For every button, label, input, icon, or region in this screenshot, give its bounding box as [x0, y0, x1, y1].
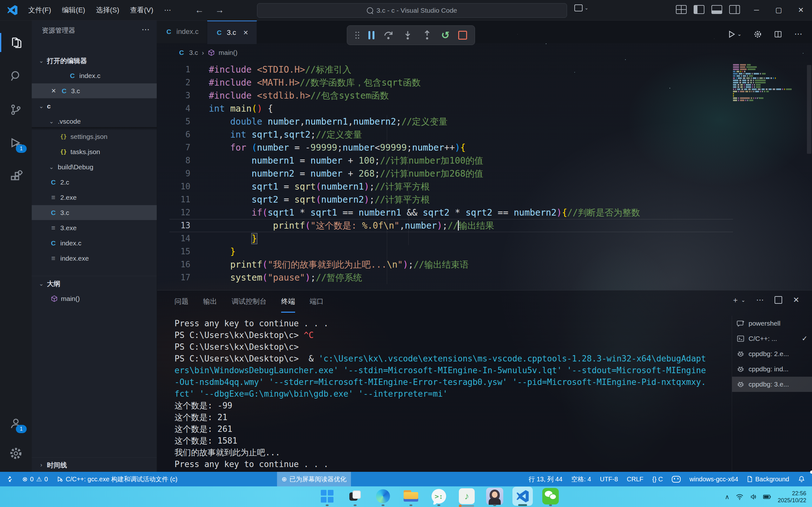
- terminal-session-powershell[interactable]: powershell: [732, 316, 812, 331]
- command-center-search[interactable]: 3.c - c - Visual Studio Code: [257, 3, 567, 18]
- tree-item-2.exe[interactable]: ≡2.exe: [32, 190, 157, 205]
- code-line-2[interactable]: 2#include <MATH.H>//数学函数库，包含sqrt函数: [157, 76, 733, 89]
- open-editor-index.c[interactable]: Cindex.c: [32, 68, 157, 83]
- code-line-3[interactable]: 3#include <stdlib.h>//包含system函数: [157, 89, 733, 102]
- terminal-output[interactable]: Press any key to continue . . .PS C:\Use…: [174, 318, 729, 470]
- code-line-6[interactable]: 6 int sqrt1,sqrt2;//定义变量: [157, 128, 733, 141]
- tab-3.c[interactable]: C3.c✕: [207, 20, 257, 44]
- remote-indicator[interactable]: [0, 472, 18, 487]
- source-control-icon[interactable]: [0, 98, 32, 121]
- taskbar-app-wechat[interactable]: [541, 487, 560, 505]
- menu-more[interactable]: ⋯: [159, 3, 176, 17]
- editor-more-icon[interactable]: ⋯: [794, 29, 803, 39]
- close-icon[interactable]: ✕: [50, 87, 57, 95]
- editor-settings-gear-icon[interactable]: [754, 30, 762, 38]
- tree-item-index.exe[interactable]: ≡index.exe: [32, 251, 157, 266]
- tab-close-icon[interactable]: ✕: [243, 29, 248, 37]
- editor-scrollbar[interactable]: [807, 65, 811, 154]
- section-outline[interactable]: ⌄大纲: [32, 276, 157, 291]
- menu-item-3[interactable]: 查看(V): [125, 3, 159, 17]
- notifications-bell[interactable]: [794, 472, 812, 487]
- settings-gear-icon[interactable]: [0, 442, 32, 465]
- taskbar-app-avatar[interactable]: [485, 487, 505, 505]
- taskbar-app-vscode[interactable]: [513, 487, 532, 505]
- panel-tab-终端[interactable]: 终端: [281, 290, 295, 313]
- eol-status[interactable]: CRLF: [622, 472, 648, 487]
- breadcrumb-file[interactable]: 3.c: [189, 49, 198, 56]
- panel-tab-问题[interactable]: 问题: [174, 290, 189, 313]
- tree-item-3.exe[interactable]: ≡3.exe: [32, 220, 157, 235]
- section-open-editors[interactable]: ⌄打开的编辑器: [32, 53, 157, 68]
- panel-tab-输出[interactable]: 输出: [203, 290, 217, 313]
- language-mode-status[interactable]: {} C: [648, 472, 667, 487]
- toggle-secondary-sidebar-icon[interactable]: [729, 5, 740, 14]
- section-folder-root[interactable]: ⌄c: [32, 99, 157, 114]
- tree-item-build\Debug[interactable]: ⌄build\Debug: [32, 160, 157, 174]
- code-editor[interactable]: 1#include <STDIO.H>//标准引入2#include <MATH…: [157, 63, 733, 284]
- code-line-12[interactable]: 12 if(sqrt1 * sqrt1 == numbern1 && sqrt2…: [157, 206, 733, 219]
- taskbar-app-music[interactable]: ♪: [457, 487, 476, 505]
- menu-item-2[interactable]: 选择(S): [91, 3, 124, 17]
- code-line-8[interactable]: 8 numbern1 = number + 100;//计算number加100…: [157, 154, 733, 167]
- indentation-status[interactable]: 空格: 4: [567, 472, 595, 487]
- run-debug-icon[interactable]: 1: [0, 132, 32, 155]
- taskbar-app-taskview[interactable]: [345, 487, 365, 505]
- cursor-position-status[interactable]: 行 13, 列 44: [524, 472, 567, 487]
- volume-icon[interactable]: [750, 494, 757, 500]
- taskbar-clock[interactable]: 22:56 2025/10/22: [778, 490, 806, 504]
- tree-item-3.c[interactable]: C3.c: [32, 205, 157, 220]
- code-line-10[interactable]: 10 sqrt1 = sqrt(numbern1);//计算平方根: [157, 180, 733, 193]
- code-line-17[interactable]: 17 system("pause");//暂停系统: [157, 271, 733, 284]
- taskbar-app-explorer[interactable]: [401, 487, 421, 505]
- terminal-session-C/C++: ...[interactable]: C/C++: ...✓: [732, 331, 812, 346]
- configuration-status[interactable]: windows-gcc-x64: [685, 472, 743, 487]
- copilot-status[interactable]: [667, 472, 685, 487]
- build-task-status[interactable]: C/C++: gcc.exe 构建和调试活动文件 (c): [52, 472, 182, 487]
- code-line-15[interactable]: 15 }: [157, 245, 733, 258]
- customize-layout-icon[interactable]: [676, 5, 687, 14]
- maximize-panel-icon[interactable]: [774, 296, 782, 304]
- code-line-14[interactable]: 14 }: [157, 232, 733, 245]
- battery-icon[interactable]: [763, 494, 771, 500]
- code-line-11[interactable]: 11 sqrt2 = sqrt(numbern2);//计算平方根: [157, 193, 733, 206]
- pause-button[interactable]: [368, 31, 374, 39]
- menu-item-1[interactable]: 编辑(E): [56, 3, 91, 17]
- terminal-session-cppdbg: ind...[interactable]: cppdbg: ind...: [732, 361, 812, 377]
- wifi-icon[interactable]: [736, 494, 744, 500]
- outline-item-main()[interactable]: main(): [32, 291, 157, 306]
- code-line-5[interactable]: 5 double number,numbern1,numbern2;//定义变量: [157, 115, 733, 128]
- toggle-sidebar-icon[interactable]: [694, 5, 704, 14]
- section-timeline[interactable]: ›时间线: [32, 457, 157, 472]
- code-line-7[interactable]: 7 for (number = -99999;number<99999;numb…: [157, 141, 733, 154]
- forward-arrow-icon[interactable]: →: [209, 5, 230, 15]
- close-button[interactable]: ✕: [790, 0, 812, 20]
- close-panel-icon[interactable]: ✕: [793, 295, 799, 304]
- minimap[interactable]: [733, 64, 792, 102]
- restart-button[interactable]: ↺: [441, 30, 450, 40]
- explorer-icon[interactable]: [0, 31, 32, 54]
- tree-item-tasks.json[interactable]: {}tasks.json: [32, 144, 157, 159]
- run-debug-file-icon[interactable]: ⌄: [727, 30, 742, 39]
- panel-tab-端口[interactable]: 端口: [310, 290, 324, 313]
- screen-reader-status[interactable]: ⊕ 已为屏幕阅读器优化: [277, 472, 351, 487]
- extensions-icon[interactable]: [0, 166, 32, 188]
- code-line-4[interactable]: 4int main() {: [157, 102, 733, 115]
- code-line-16[interactable]: 16 printf("我们的故事就到此为止吧...\n");//输出结束语: [157, 258, 733, 271]
- background-task-status[interactable]: Background: [743, 472, 794, 487]
- menu-item-0[interactable]: 文件(F): [23, 3, 56, 17]
- sidebar-more-icon[interactable]: ⋯: [142, 25, 150, 35]
- tree-item-.vscode[interactable]: ⌄.vscode: [32, 114, 157, 129]
- open-editor-3.c[interactable]: ✕C3.c: [32, 83, 157, 98]
- minimize-button[interactable]: ─: [745, 0, 768, 20]
- problems-status[interactable]: ⊗ 0 ⚠ 0: [18, 472, 52, 487]
- terminal-session-cppdbg: 3.e...[interactable]: cppdbg: 3.e...: [732, 377, 812, 392]
- account-icon[interactable]: 1: [0, 412, 32, 435]
- tray-chevron-icon[interactable]: ∧: [725, 493, 729, 501]
- code-line-13[interactable]: 13 printf("这个数是: %.0f\n",number);//输出结果: [157, 219, 733, 232]
- maximize-button[interactable]: ▢: [768, 0, 790, 20]
- taskbar-app-chat[interactable]: >:: [429, 487, 449, 505]
- new-terminal-button[interactable]: ＋⌄: [731, 295, 745, 305]
- terminal-session-cppdbg: 2.e...[interactable]: cppdbg: 2.e...: [732, 346, 812, 361]
- panel-more-icon[interactable]: ⋯: [756, 295, 764, 304]
- taskbar-app-start[interactable]: [317, 487, 337, 505]
